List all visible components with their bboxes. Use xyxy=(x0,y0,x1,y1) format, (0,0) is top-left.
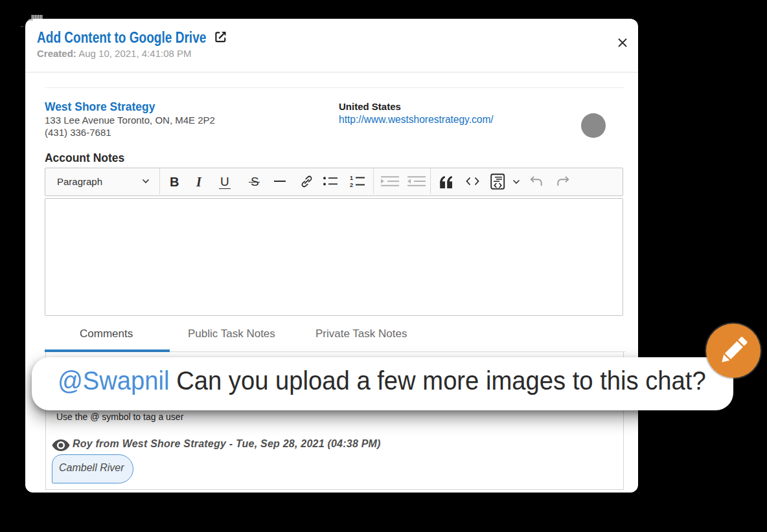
svg-text:1: 1 xyxy=(350,175,353,181)
svg-text:2: 2 xyxy=(350,182,353,188)
